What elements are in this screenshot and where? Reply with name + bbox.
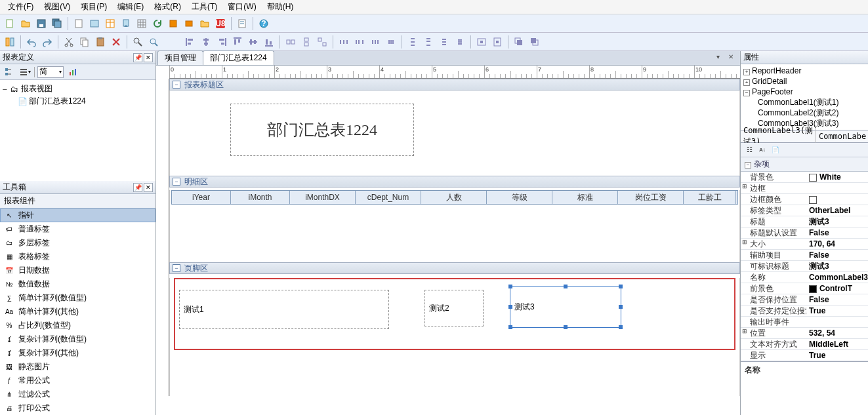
report-icon[interactable]	[87, 16, 102, 31]
align-top-icon[interactable]	[230, 35, 245, 49]
footer-label-2[interactable]: 测试2	[424, 290, 484, 326]
prop-row[interactable]: 输出时事件	[741, 317, 868, 328]
prop-row[interactable]: 可标识标题测试3	[741, 261, 868, 272]
collapse-icon[interactable]: −	[173, 81, 180, 89]
footer-container[interactable]: 测试1 测试2 测试3	[174, 278, 735, 350]
send-back-icon[interactable]	[527, 35, 542, 49]
sort-az-icon[interactable]: A↓	[756, 144, 768, 156]
section-footer-bar[interactable]: − 页脚区	[169, 262, 740, 274]
help-icon[interactable]: ?	[257, 16, 271, 31]
prop-row[interactable]: 边框	[741, 183, 868, 194]
grid-col[interactable]: cDept_Num	[356, 191, 421, 204]
footer-label-1[interactable]: 测试1	[179, 290, 389, 329]
footer-label-3[interactable]: 测试3	[510, 286, 621, 328]
find-icon[interactable]	[131, 35, 145, 49]
prop-row[interactable]: 是否保持位置False	[741, 294, 868, 306]
tool-item[interactable]: 🗂多层标签	[0, 236, 155, 250]
prop-row[interactable]: 背景色White	[741, 172, 868, 183]
align-left-icon[interactable]	[183, 35, 197, 49]
tree-view-icon[interactable]	[3, 66, 16, 79]
menu-help[interactable]: 帮助(H)	[262, 0, 299, 14]
tool-item[interactable]: ↖指针	[0, 208, 155, 222]
same-height-icon[interactable]	[299, 35, 314, 49]
collapse-icon[interactable]: −	[743, 90, 750, 96]
block-icon[interactable]	[166, 16, 180, 31]
prop-row[interactable]: 名称CommonLabel3	[741, 272, 868, 283]
cut-icon[interactable]	[62, 35, 76, 49]
close-icon[interactable]: ✕	[144, 183, 153, 192]
close-icon[interactable]: ✕	[144, 53, 153, 62]
grid-col[interactable]: iMonth	[231, 191, 290, 204]
redo-icon[interactable]	[40, 35, 54, 49]
grid-col[interactable]: 岗位工资	[618, 191, 684, 204]
prop-row[interactable]: 标签类型OtherLabel	[741, 205, 868, 216]
same-size-icon[interactable]	[315, 35, 329, 49]
grid-icon[interactable]	[134, 16, 149, 31]
saveall-icon[interactable]	[50, 16, 64, 31]
tree-node[interactable]: CommonLabel2(测试2)	[743, 108, 865, 118]
pin-icon[interactable]: 📌	[133, 183, 142, 192]
tool-item[interactable]: 🏷普通标签	[0, 222, 155, 236]
props-page-icon[interactable]: 📄	[770, 144, 781, 156]
prop-row[interactable]: 显示True	[741, 350, 868, 361]
prop-row[interactable]: 标题测试3	[741, 216, 868, 227]
prop-row[interactable]: 是否支持定位搜索True	[741, 306, 868, 317]
align-bottom-icon[interactable]	[262, 35, 276, 49]
hspace-rem-icon[interactable]	[384, 35, 398, 49]
open-icon[interactable]	[18, 16, 33, 31]
menu-file[interactable]: 文件(F)	[3, 0, 39, 14]
tool-item[interactable]: ⋔过滤公式	[0, 387, 155, 401]
script-icon[interactable]	[235, 16, 249, 31]
grid-col[interactable]: 人数	[421, 191, 487, 204]
refresh-icon[interactable]	[150, 16, 165, 31]
bring-front-icon[interactable]	[512, 35, 526, 49]
new-icon[interactable]	[3, 16, 17, 31]
chart-icon[interactable]	[66, 66, 79, 79]
tool-item[interactable]: 📅日期数据	[0, 264, 155, 277]
toolbox-section[interactable]: 报表组件	[0, 194, 155, 208]
categorize-icon[interactable]: ☷	[743, 144, 755, 156]
prop-row[interactable]: 边框颜色	[741, 194, 868, 205]
vspace-eq-icon[interactable]	[405, 35, 420, 49]
tree-root[interactable]: − 🗂 报表视图	[1, 83, 154, 95]
hspace-dec-icon[interactable]	[368, 35, 382, 49]
prop-category[interactable]: −杂项	[741, 157, 868, 172]
layout-icon[interactable]	[3, 35, 17, 49]
page-icon[interactable]	[72, 16, 86, 31]
grid-col[interactable]: 标准	[552, 191, 618, 204]
props-object-tree[interactable]: +ReportHeader +GridDetail −PageFooter Co…	[741, 64, 868, 130]
grid-col[interactable]: 工龄工	[684, 191, 736, 204]
tool-item[interactable]: ⨋复杂计算列(其他)	[0, 346, 155, 360]
tool-item[interactable]: №数值数据	[0, 277, 155, 291]
center-h-icon[interactable]	[474, 35, 489, 49]
prop-row[interactable]: 位置532, 54	[741, 328, 868, 339]
tab-report-1224[interactable]: 部门汇总表1224	[203, 50, 274, 65]
align-middle-icon[interactable]	[246, 35, 260, 49]
grid-col[interactable]: 等级	[487, 191, 552, 204]
align-center-h-icon[interactable]	[199, 35, 213, 49]
undo-icon[interactable]	[24, 35, 39, 49]
menu-format[interactable]: 格式(R)	[149, 0, 186, 14]
tab-project-mgr[interactable]: 项目管理	[157, 50, 203, 65]
export-icon[interactable]	[119, 16, 133, 31]
prop-row[interactable]: 标题默认设置False	[741, 227, 868, 239]
tree-node[interactable]: CommonLabel1(测试1)	[743, 97, 865, 108]
expand-icon[interactable]: +	[743, 69, 750, 75]
simple-combo[interactable]: 简▾	[37, 66, 64, 78]
copy-icon[interactable]	[77, 35, 92, 49]
tool-item[interactable]: ▦表格标签	[0, 250, 155, 264]
tab-close-icon[interactable]: ✕	[728, 53, 737, 62]
tool-item[interactable]: Aa简单计算列(其他)	[0, 305, 155, 319]
prop-row[interactable]: 文本对齐方式MiddleLeft	[741, 339, 868, 350]
hspace-inc-icon[interactable]	[352, 35, 367, 49]
menu-tools[interactable]: 工具(T)	[186, 0, 222, 14]
collapse-icon[interactable]: −	[173, 264, 180, 272]
save-icon[interactable]	[34, 16, 49, 31]
same-width-icon[interactable]	[283, 35, 298, 49]
tab-dropdown-icon[interactable]: ▾	[716, 53, 726, 62]
prop-row[interactable]: 辅助项目False	[741, 250, 868, 261]
expand-icon[interactable]: −	[1, 85, 8, 94]
vspace-inc-icon[interactable]	[421, 35, 436, 49]
report-title-label[interactable]: 部门汇总表1224	[230, 104, 414, 156]
paste-icon[interactable]	[93, 35, 108, 49]
